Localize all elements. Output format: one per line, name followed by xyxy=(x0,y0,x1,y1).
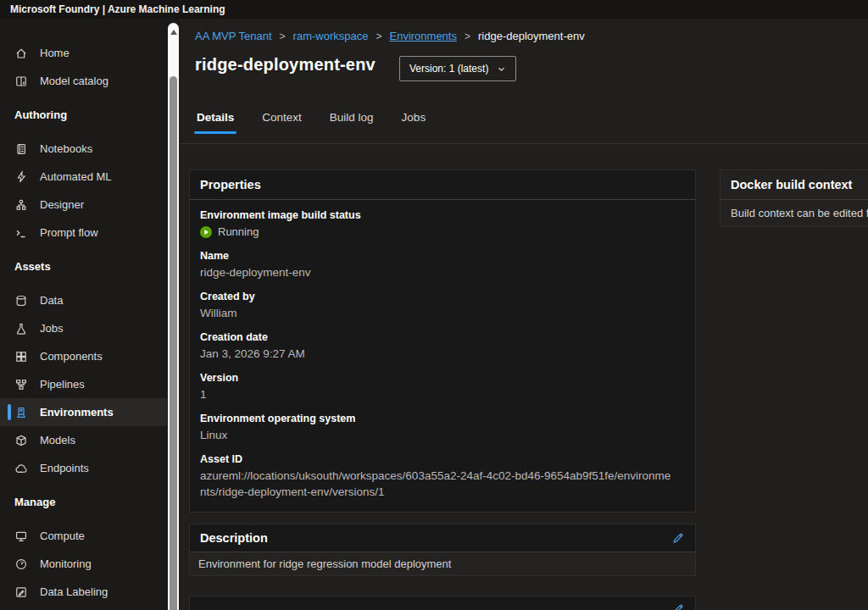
models-icon xyxy=(14,434,29,447)
field-build-status: Environment image build status Running xyxy=(200,208,685,240)
chevron-down-icon xyxy=(497,64,506,74)
sidebar-item-label: Model catalog xyxy=(40,75,108,87)
sidebar-item-notebooks[interactable]: Notebooks xyxy=(0,135,167,163)
breadcrumb-separator-icon: > xyxy=(465,30,470,42)
sidebar-item-label: Home xyxy=(40,47,70,59)
field-label: Asset ID xyxy=(200,452,685,468)
description-text: Environment for ridge regression model d… xyxy=(190,552,695,575)
docker-panel-title: Docker build context xyxy=(731,178,852,191)
sidebar-item-label: Endpoints xyxy=(40,462,89,474)
sidebar-item-label: Data xyxy=(40,294,63,307)
main-content: AA MVP Tenant > ram-workspace > Environm… xyxy=(180,19,868,610)
sidebar-item-prompt-flow[interactable]: Prompt flow xyxy=(0,219,167,247)
tab-build-log[interactable]: Build log xyxy=(329,103,375,134)
sidebar-section-assets: Assets xyxy=(0,252,167,280)
field-operating-system: Environment operating system Linux xyxy=(200,411,685,443)
breadcrumb-separator-icon: > xyxy=(280,30,286,42)
version-selector-dropdown[interactable]: Version: 1 (latest) xyxy=(399,56,516,81)
field-label: Version xyxy=(200,370,685,386)
environments-icon xyxy=(14,406,29,419)
tab-details[interactable]: Details xyxy=(196,103,235,134)
sidebar-item-label: Notebooks xyxy=(40,142,92,155)
tab-context[interactable]: Context xyxy=(261,103,303,134)
edit-tags-button[interactable] xyxy=(671,602,685,610)
field-value: 1 xyxy=(200,386,685,402)
sidebar-item-data-labeling[interactable]: Data Labeling xyxy=(0,578,167,606)
data-labeling-icon xyxy=(14,585,29,599)
field-value: azureml://locations/uksouth/workspaces/6… xyxy=(200,468,675,500)
sidebar-item-compute[interactable]: Compute xyxy=(0,522,167,550)
sidebar-item-automated-ml[interactable]: Automated ML xyxy=(0,163,167,191)
sidebar-item-label: Designer xyxy=(40,198,84,211)
field-value: Linux xyxy=(200,427,685,443)
model-catalog-icon xyxy=(14,75,29,88)
jobs-icon xyxy=(14,322,29,336)
app-title: Microsoft Foundry | Azure Machine Learni… xyxy=(10,3,225,15)
scrollbar-thumb[interactable] xyxy=(170,76,177,610)
breadcrumb-link-workspace[interactable]: ram-workspace xyxy=(293,30,369,42)
sidebar-item-model-catalog[interactable]: Model catalog xyxy=(0,67,167,95)
properties-panel: Properties Environment image build statu… xyxy=(189,169,696,513)
field-value: Jan 3, 2026 9:27 AM xyxy=(200,346,685,362)
sidebar-item-label: Prompt flow xyxy=(40,226,98,239)
breadcrumb: AA MVP Tenant > ram-workspace > Environm… xyxy=(195,30,585,42)
sidebar-item-pipelines[interactable]: Pipelines xyxy=(0,370,167,398)
sidebar-item-label: Pipelines xyxy=(40,378,85,391)
sidebar-item-label: Environments xyxy=(40,406,114,419)
breadcrumb-link-tenant[interactable]: AA MVP Tenant xyxy=(195,30,272,42)
docker-panel-text: Build context can be edited f xyxy=(721,200,868,226)
field-label: Creation date xyxy=(200,330,685,346)
home-icon xyxy=(14,47,29,60)
endpoints-icon xyxy=(14,462,29,475)
sidebar-item-models[interactable]: Models xyxy=(0,426,167,454)
tab-jobs[interactable]: Jobs xyxy=(401,103,427,134)
properties-body: Environment image build status Running N… xyxy=(190,200,695,512)
description-panel: Description Environment for ridge regres… xyxy=(189,524,696,576)
sidebar-section-manage: Manage xyxy=(0,488,167,516)
sidebar-item-data[interactable]: Data xyxy=(0,286,167,314)
field-name: Name ridge-deployment-env xyxy=(200,248,685,280)
pencil-icon xyxy=(671,531,685,545)
field-label: Created by xyxy=(200,289,685,305)
field-value: William xyxy=(200,305,685,321)
description-title: Description xyxy=(200,531,268,545)
sidebar-item-label: Data Labeling xyxy=(40,585,108,598)
designer-icon xyxy=(14,198,29,212)
tabs-divider xyxy=(180,143,868,144)
compute-icon xyxy=(14,530,29,543)
sidebar-item-home[interactable]: Home xyxy=(0,39,167,67)
build-status-value: Running xyxy=(200,224,685,240)
docker-build-context-panel: Docker build context Build context can b… xyxy=(720,169,868,227)
sidebar-item-label: Models xyxy=(40,434,75,446)
sidebar-item-environments[interactable]: Environments xyxy=(0,398,167,426)
sidebar-item-endpoints[interactable]: Endpoints xyxy=(0,454,167,482)
version-selector-label: Version: 1 (latest) xyxy=(409,63,488,75)
sidebar-scrollbar[interactable] xyxy=(167,19,180,610)
properties-panel-header: Properties xyxy=(190,170,695,200)
field-label: Environment image build status xyxy=(200,208,685,224)
field-label: Environment operating system xyxy=(200,411,685,427)
field-value: Running xyxy=(218,224,259,240)
properties-title: Properties xyxy=(200,178,261,191)
field-creation-date: Creation date Jan 3, 2026 9:27 AM xyxy=(200,330,685,362)
edit-description-button[interactable] xyxy=(671,531,685,545)
sidebar-item-components[interactable]: Components xyxy=(0,342,167,370)
sidebar-item-designer[interactable]: Designer xyxy=(0,191,167,219)
sidebar-section-authoring: Authoring xyxy=(0,101,167,129)
sidebar-nav: Home Model catalog Authoring Notebooks A… xyxy=(0,19,167,610)
field-value: ridge-deployment-env xyxy=(200,264,685,280)
tags-panel xyxy=(189,596,696,610)
sidebar-item-monitoring[interactable]: Monitoring xyxy=(0,550,167,578)
monitoring-icon xyxy=(14,557,29,571)
prompt-flow-icon xyxy=(14,226,29,240)
pipelines-icon xyxy=(14,378,29,391)
sidebar-item-jobs[interactable]: Jobs xyxy=(0,314,167,342)
field-label: Name xyxy=(200,248,685,264)
running-status-icon xyxy=(200,226,212,238)
data-icon xyxy=(14,294,29,308)
scroll-up-arrow-icon xyxy=(170,30,177,35)
breadcrumb-link-environments[interactable]: Environments xyxy=(389,30,456,42)
docker-panel-header: Docker build context xyxy=(721,170,868,200)
scrollbar-up-button[interactable] xyxy=(168,25,179,39)
sidebar-item-label: Compute xyxy=(40,530,85,542)
